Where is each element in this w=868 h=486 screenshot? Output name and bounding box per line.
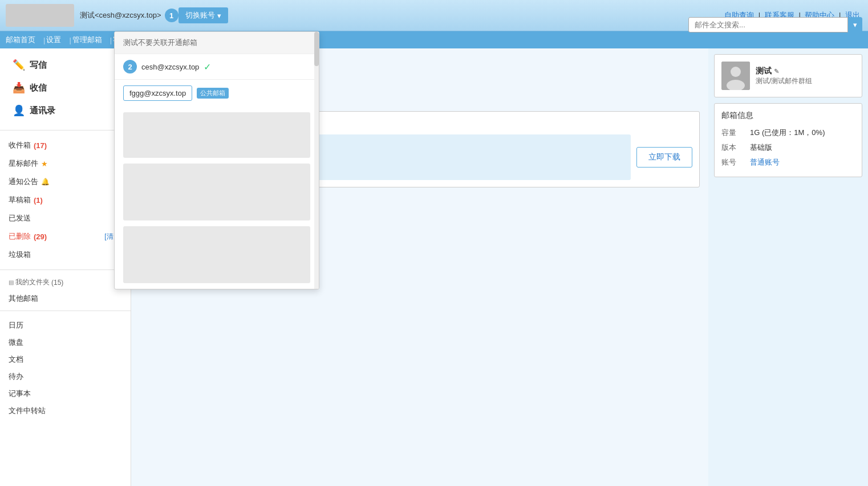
account-value: 普通账号	[750, 157, 780, 168]
sidebar-item-starred[interactable]: 星标邮件 ★	[0, 154, 131, 173]
nav-sep3: |	[110, 36, 112, 44]
receive-label: 收信	[30, 83, 47, 93]
receive-mail-item[interactable]: 📥 收信	[6, 77, 125, 99]
dropdown-header-text: 测试不要关联开通邮箱	[123, 38, 197, 47]
check-icon: ✓	[204, 62, 211, 72]
sidebar-actions: ✏️ 写信 📥 收信 👤 通讯录	[0, 48, 131, 127]
sidebar-item-sent[interactable]: 已发送	[0, 209, 131, 227]
nav-settings[interactable]: 设置	[46, 35, 61, 45]
sidebar-item-other-mailbox[interactable]: 其他邮箱	[0, 289, 131, 308]
nav-manage-mailbox[interactable]: 管理邮箱	[72, 35, 102, 45]
contacts-item[interactable]: 👤 通讯录	[6, 100, 125, 121]
mailbox-info-title: 邮箱信息	[721, 111, 855, 121]
account-row: 账号 普通账号	[721, 155, 855, 170]
my-folders-count: (15)	[51, 279, 63, 287]
dropdown-content	[115, 107, 319, 289]
other-email-box[interactable]: fggg@xzcsyx.top	[123, 85, 192, 101]
dropdown-other-account[interactable]: fggg@xzcsyx.top 公共邮箱	[115, 80, 319, 107]
switch-account-button[interactable]: 切换账号 ▾	[179, 7, 228, 23]
starred-label-group: 星标邮件 ★	[9, 158, 48, 169]
edition-row: 版本 基础版	[721, 140, 855, 155]
sidebar-transfer[interactable]: 文件中转站	[0, 402, 131, 419]
sidebar-item-inbox[interactable]: 收件箱 (17)	[0, 136, 131, 154]
account-label: 账号	[721, 157, 750, 168]
draft-label-group: 草稿箱 (1)	[9, 195, 43, 205]
step2-badge: 2	[123, 60, 137, 73]
avatar-image	[721, 62, 750, 90]
deleted-label-group: 已删除 (29)	[9, 231, 47, 242]
svg-point-1	[731, 67, 741, 77]
account-area: 测试<cesh@xzcsyx.top> 1 切换账号 ▾	[80, 7, 228, 23]
nav-mailbox-home[interactable]: 邮箱首页	[6, 35, 35, 45]
inbox-count: (17)	[34, 141, 47, 150]
search-button[interactable]: ▾	[848, 17, 862, 32]
nav-sep2: |	[69, 36, 71, 44]
user-card: 测试 ✎ 测试/测试邮件群组	[714, 54, 862, 97]
capacity-value: 1G (已使用：1M，0%)	[750, 128, 825, 138]
sent-label: 已发送	[9, 213, 31, 223]
edition-label: 版本	[721, 142, 750, 153]
sidebar-divider3	[0, 311, 131, 311]
user-group: 测试/测试邮件群组	[756, 76, 812, 86]
other-email: fggg@xzcsyx.top	[129, 89, 186, 97]
sidebar-calendar[interactable]: 日历	[0, 317, 131, 334]
dropdown-placeholder2	[123, 164, 310, 220]
sidebar-util-items: 日历 微盘 文档 待办 记事本 文件中转站	[0, 314, 131, 422]
speaker-icon: 🔔	[41, 178, 50, 186]
user-edit-icon: ✎	[774, 68, 779, 75]
search-input[interactable]	[688, 17, 848, 32]
account-dropdown: 测试不要关联开通邮箱 2 cesh@xzcsyx.top ✓ fggg@xzcs…	[114, 31, 319, 289]
sidebar-menu: 收件箱 (17) 星标邮件 ★ 通知公告 🔔 草稿箱 (1)	[0, 133, 131, 267]
other-mailbox-label: 其他邮箱	[9, 293, 38, 304]
sidebar-item-deleted[interactable]: 已删除 (29) [清空]	[0, 227, 131, 246]
user-info: 测试 ✎ 测试/测试邮件群组	[756, 66, 812, 86]
write-icon: ✏️	[13, 59, 25, 71]
contacts-icon: 👤	[13, 104, 25, 117]
sidebar-docs[interactable]: 文档	[0, 351, 131, 368]
expand-icon: ▤	[9, 279, 14, 285]
edition-value: 基础版	[750, 142, 772, 153]
chevron-down-icon: ▾	[217, 11, 221, 20]
dropdown-scrollbar[interactable]	[314, 32, 319, 289]
my-folders-label: 我的文件夹	[15, 277, 50, 287]
nav-sep1: |	[43, 36, 45, 44]
capacity-row: 容量 1G (已使用：1M，0%)	[721, 125, 855, 140]
trash-label: 垃圾箱	[9, 250, 31, 260]
public-mailbox-badge: 公共邮箱	[197, 88, 229, 99]
contacts-label: 通讯录	[30, 105, 55, 116]
sidebar: ✏️ 写信 📥 收信 👤 通讯录 收件箱 (17) 星标邮件	[0, 48, 131, 486]
sidebar-item-trash[interactable]: 垃圾箱	[0, 246, 131, 264]
deleted-label: 已删除	[9, 231, 31, 242]
receive-icon: 📥	[13, 81, 25, 94]
dropdown-current-account[interactable]: 2 cesh@xzcsyx.top ✓	[115, 54, 319, 80]
sidebar-disk[interactable]: 微盘	[0, 334, 131, 351]
sidebar-item-draft[interactable]: 草稿箱 (1)	[0, 191, 131, 209]
write-mail-item[interactable]: ✏️ 写信	[6, 54, 125, 76]
sidebar-divider2	[0, 269, 131, 270]
starred-label: 星标邮件	[9, 158, 38, 169]
dropdown-scrollbar-thumb	[314, 32, 319, 66]
notice-label-group: 通知公告 🔔	[9, 177, 50, 187]
draft-count: (1)	[34, 196, 43, 205]
sidebar-notes[interactable]: 记事本	[0, 385, 131, 402]
my-folders-section[interactable]: ▤ 我的文件夹 (15)	[0, 273, 131, 289]
capacity-label: 容量	[721, 128, 750, 138]
download-button[interactable]: 立即下载	[636, 147, 692, 168]
write-label: 写信	[30, 60, 47, 71]
sidebar-todo[interactable]: 待办	[0, 368, 131, 385]
search-area: ▾	[688, 17, 862, 32]
dropdown-header: 测试不要关联开通邮箱	[115, 32, 319, 54]
inbox-label-group: 收件箱 (17)	[9, 140, 47, 150]
current-email: cesh@xzcsyx.top	[141, 63, 199, 71]
logo	[6, 4, 74, 27]
sidebar-item-notice[interactable]: 通知公告 🔔	[0, 173, 131, 191]
dropdown-placeholder3	[123, 226, 310, 283]
step1-badge: 1	[165, 9, 179, 22]
search-icon: ▾	[853, 21, 857, 29]
deleted-count: (29)	[34, 232, 47, 241]
dropdown-placeholder1	[123, 112, 310, 158]
user-name-text: 测试	[756, 66, 772, 75]
right-panel: 测试 ✎ 测试/测试邮件群组 邮箱信息 容量 1G (已使用：1M，0%) 版本…	[708, 48, 868, 486]
mailbox-info-card: 邮箱信息 容量 1G (已使用：1M，0%) 版本 基础版 账号 普通账号	[714, 103, 862, 177]
star-icon: ★	[41, 160, 48, 168]
